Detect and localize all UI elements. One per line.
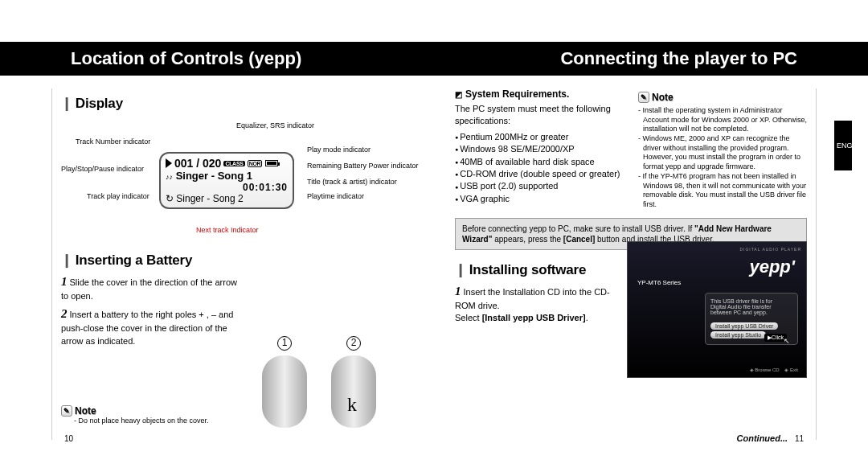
note-list-right: Install the operating system in Administ… — [638, 106, 807, 210]
fig2-marker: 2 — [346, 336, 361, 351]
right-page: ◩ System Requirements. The PC system mus… — [431, 88, 807, 448]
lcd-badge-nor: NOR — [248, 160, 263, 167]
lcd-time: 00:01:30 — [166, 182, 288, 193]
exit-button[interactable]: ◈ Exit — [784, 367, 798, 372]
page-number-right: Continued... 11 — [737, 433, 804, 443]
continued-label: Continued... — [737, 433, 788, 443]
step-1: 1Slide the cover in the direction of the… — [61, 273, 246, 302]
music-icon: ♪♪ — [166, 173, 173, 181]
callout-playmode: Play mode indicator — [307, 146, 371, 154]
callout-eq: Equalizer, SRS indicator — [236, 121, 314, 129]
fig1-marker: 1 — [277, 336, 292, 351]
callout-title: Title (track & artist) indicator — [307, 178, 397, 186]
install-driver-button[interactable]: Install yepp USB Driver — [710, 322, 778, 330]
callout-next-track: Next track Indicator — [196, 226, 259, 234]
install-studio-button[interactable]: Install yepp Studio — [710, 331, 766, 339]
lcd-badge-class: CLASS — [223, 161, 244, 166]
step-2: 2Insert a battery to the right poles + ,… — [61, 306, 246, 347]
callout-battery: Remaining Battery Power indicator — [307, 162, 419, 170]
lcd-display: 001 / 020 CLASS NOR ♪♪ Singer - Song 1 0… — [159, 152, 294, 209]
left-page: ❙Display Track Number indicator Play/Sto… — [61, 88, 431, 448]
k-glyph: k — [347, 394, 357, 416]
callout-track-number: Track Number indicator — [76, 137, 150, 146]
model-label: YP-MT6 Series — [637, 279, 801, 286]
yepp-logo: yepp' — [633, 257, 795, 277]
page-title-right: Connecting the player to PC — [560, 42, 797, 76]
lcd-next: Singer - Song 2 — [176, 193, 243, 204]
page-number-left: 10 — [64, 434, 73, 443]
browse-cd[interactable]: ◈ Browse CD — [750, 367, 780, 372]
repeat-icon: ↻ — [166, 193, 174, 204]
battery-figure: 1 2 — [262, 335, 376, 428]
note-label-left: ✎ Note — [61, 405, 96, 417]
pencil-icon: ✎ — [61, 405, 72, 417]
play-icon — [166, 158, 172, 168]
cursor-icon: ↖ — [784, 337, 790, 345]
callout-track-play: Track play indicator — [87, 192, 149, 200]
section-battery: ❙Inserting a Battery — [61, 252, 423, 269]
callout-play-stop: Play/Stop/Pause indicator — [61, 165, 144, 173]
note-label-right: ✎ Note — [638, 92, 674, 103]
lcd-counter: 001 / 020 — [174, 157, 221, 170]
sysreq-heading: ◩ System Requirements. — [455, 88, 624, 100]
sysreq-list: Pentium 200MHz or greater Windows 98 SE/… — [455, 131, 624, 205]
lcd-title: Singer - Song 1 — [176, 170, 252, 182]
page-title-left: Location of Controls (yepp) — [71, 42, 301, 76]
callout-playtime: Playtime indicator — [307, 192, 364, 200]
lang-tab: ENG — [834, 121, 852, 170]
install-step-1: 1Insert the Installation CD into the CD-… — [455, 283, 616, 325]
section-display: ❙Display — [61, 95, 423, 112]
installer-screenshot: DIGITAL AUDIO PLAYER yepp' YP-MT6 Series… — [627, 241, 807, 378]
sysreq-icon: ◩ — [455, 90, 462, 99]
pencil-icon: ✎ — [638, 92, 649, 103]
battery-icon — [265, 160, 278, 166]
sysreq-intro: The PC system must meet the following sp… — [455, 103, 624, 128]
